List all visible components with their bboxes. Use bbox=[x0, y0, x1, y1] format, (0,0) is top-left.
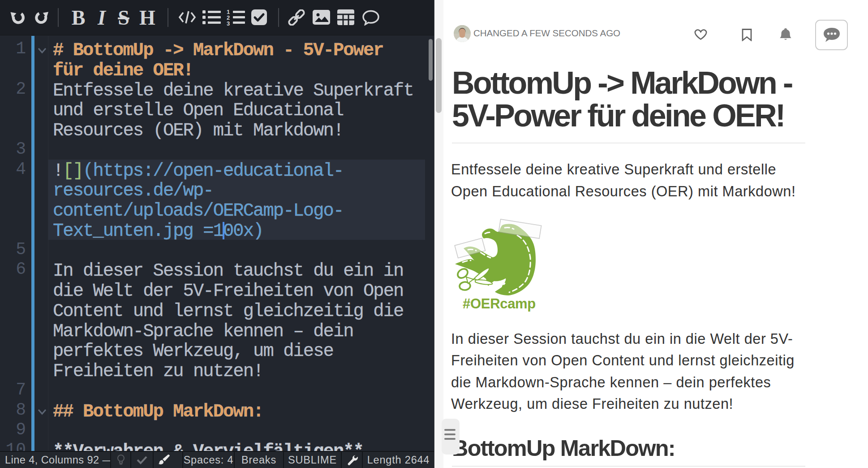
svg-text:3: 3 bbox=[227, 20, 230, 26]
svg-text:#OERcamp: #OERcamp bbox=[463, 296, 536, 312]
